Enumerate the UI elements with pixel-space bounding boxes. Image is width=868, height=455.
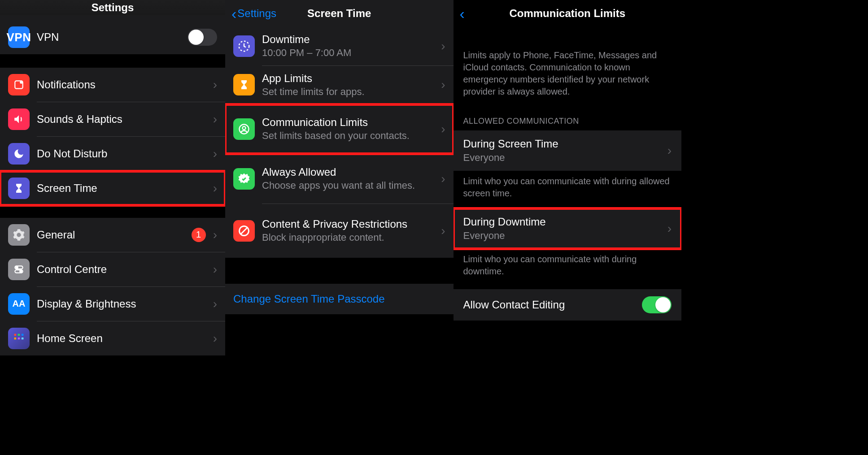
row-during-downtime[interactable]: During Downtime Everyone › [454, 208, 682, 249]
row-label: Home Screen [37, 332, 206, 345]
back-button[interactable]: ‹ Settings [231, 7, 276, 20]
row-title: Content & Privacy Restrictions [262, 218, 434, 230]
row-home-screen[interactable]: Home Screen › [0, 321, 225, 355]
row-title: During Downtime [463, 216, 546, 228]
row-label: VPN [37, 31, 180, 43]
chevron-right-icon: › [441, 39, 445, 53]
svg-rect-9 [14, 338, 17, 340]
chevron-right-icon: › [213, 297, 217, 311]
always-allowed-icon [233, 168, 255, 190]
row-subtitle: 10:00 PM – 7:00 AM [262, 47, 434, 59]
row-title: Allow Contact Editing [463, 299, 565, 311]
chevron-right-icon: › [213, 181, 217, 195]
sounds-icon [8, 108, 30, 130]
page-title: Communication Limits [509, 7, 625, 20]
row-notifications[interactable]: Notifications › [0, 68, 225, 102]
row-label: Sounds & Haptics [37, 113, 206, 126]
row-label: Do Not Disturb [37, 147, 206, 160]
chevron-right-icon: › [213, 331, 217, 346]
row-subtitle: Set limits based on your contacts. [262, 130, 434, 142]
chevron-right-icon: › [213, 78, 217, 92]
panel-settings: Settings VPN VPN Notifications › Sounds … [0, 0, 225, 355]
svg-rect-7 [18, 334, 20, 336]
row-subtitle: Block inappropriate content. [262, 231, 434, 244]
svg-point-14 [243, 126, 246, 130]
screen-time-footer: Limit who you can communicate with durin… [454, 171, 682, 208]
chevron-right-icon: › [667, 143, 672, 158]
svg-rect-11 [22, 338, 24, 340]
allow-contact-toggle[interactable] [642, 296, 672, 313]
row-title: App Limits [262, 72, 434, 85]
row-allow-contact-editing[interactable]: Allow Contact Editing [454, 289, 682, 321]
chevron-right-icon: › [441, 122, 445, 136]
back-label: Settings [237, 7, 276, 20]
vpn-icon: VPN [8, 26, 30, 48]
svg-line-16 [241, 228, 247, 234]
svg-rect-10 [18, 338, 20, 340]
chevron-right-icon: › [213, 147, 217, 161]
communication-icon [233, 118, 255, 140]
row-title: Downtime [262, 33, 434, 46]
titlebar-communication-limits: ‹ Communication Limits [454, 0, 682, 27]
chevron-right-icon: › [213, 112, 217, 126]
display-icon: AA [8, 293, 30, 315]
row-label: Screen Time [37, 182, 206, 195]
chevron-right-icon: › [667, 221, 672, 236]
svg-point-4 [16, 266, 18, 268]
row-subtitle: Everyone [463, 230, 546, 242]
notifications-icon [8, 74, 30, 95]
link-label: Change Screen Time Passcode [233, 293, 385, 305]
row-control-centre[interactable]: Control Centre › [0, 252, 225, 286]
row-label: Control Centre [37, 263, 206, 276]
home-screen-icon [8, 328, 30, 349]
row-label: General [37, 229, 184, 241]
row-subtitle: Everyone [463, 152, 558, 164]
row-communication-limits[interactable]: Communication Limits Set limits based on… [225, 104, 454, 154]
row-vpn[interactable]: VPN VPN [0, 20, 225, 54]
panel-communication-limits: ‹ Communication Limits Limits apply to P… [454, 0, 682, 355]
change-passcode-link[interactable]: Change Screen Time Passcode [225, 284, 454, 314]
panel-screen-time: ‹ Settings Screen Time Downtime 10:00 PM… [225, 0, 454, 355]
downtime-icon [233, 35, 255, 57]
section-header: ALLOWED COMMUNICATION [454, 107, 682, 130]
restrictions-icon [233, 220, 255, 242]
row-downtime[interactable]: Downtime 10:00 PM – 7:00 AM › [225, 27, 454, 65]
row-restrictions[interactable]: Content & Privacy Restrictions Block ina… [225, 204, 454, 258]
notification-badge: 1 [192, 228, 206, 242]
svg-rect-6 [14, 334, 17, 336]
row-during-screen-time[interactable]: During Screen Time Everyone › [454, 130, 682, 171]
chevron-right-icon: › [213, 228, 217, 242]
row-display[interactable]: AA Display & Brightness › [0, 287, 225, 321]
titlebar-settings: Settings [0, 0, 225, 15]
chevron-right-icon: › [441, 172, 445, 186]
row-label: Display & Brightness [37, 298, 206, 310]
moon-icon [8, 143, 30, 165]
row-sounds[interactable]: Sounds & Haptics › [0, 102, 225, 136]
app-limits-icon [233, 74, 255, 95]
svg-point-1 [20, 81, 22, 84]
page-title: Screen Time [307, 7, 371, 20]
page-title: Settings [92, 1, 134, 14]
chevron-right-icon: › [213, 262, 217, 277]
row-title: Communication Limits [262, 116, 434, 129]
row-dnd[interactable]: Do Not Disturb › [0, 137, 225, 171]
svg-point-5 [20, 270, 22, 272]
row-title: During Screen Time [463, 138, 558, 150]
titlebar-screen-time: ‹ Settings Screen Time [225, 0, 454, 27]
svg-rect-8 [22, 334, 24, 336]
vpn-toggle[interactable] [188, 29, 217, 46]
downtime-footer: Limit who you can communicate with durin… [454, 249, 682, 286]
row-label: Notifications [37, 78, 206, 91]
control-centre-icon [8, 259, 30, 280]
row-app-limits[interactable]: App Limits Set time limits for apps. › [225, 66, 454, 104]
row-title: Always Allowed [262, 166, 434, 178]
row-subtitle: Set time limits for apps. [262, 86, 434, 98]
chevron-right-icon: › [441, 224, 445, 238]
hourglass-icon [8, 178, 30, 199]
row-subtitle: Choose apps you want at all times. [262, 179, 434, 192]
row-screen-time[interactable]: Screen Time › [0, 171, 225, 205]
row-always-allowed[interactable]: Always Allowed Choose apps you want at a… [225, 154, 454, 204]
intro-text: Limits apply to Phone, FaceTime, Message… [454, 49, 682, 107]
chevron-right-icon: › [441, 78, 445, 92]
row-general[interactable]: General 1 › [0, 218, 225, 252]
